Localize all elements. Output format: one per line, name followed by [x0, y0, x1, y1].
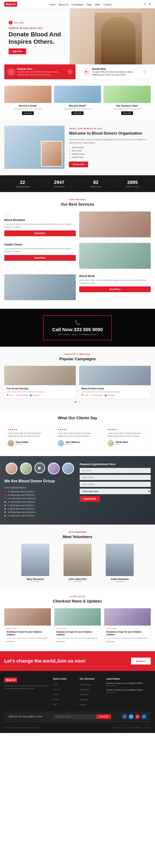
footer-link-0[interactable]: Home — [53, 684, 58, 686]
news-read-more-1[interactable]: Read More — [56, 641, 99, 643]
image-card-btn-2[interactable]: Start Now — [121, 111, 133, 115]
subscribe-text: Subscribe for more update & news! — [9, 715, 42, 718]
nav-link-campaigns[interactable]: Campaigns — [71, 3, 83, 6]
dot-0[interactable] — [75, 401, 76, 403]
services-tag: Our Services — [4, 198, 151, 201]
phone-icon: 📞 — [52, 320, 103, 326]
blood-dot-5 — [4, 508, 6, 510]
testimonials-title: What Our Clients Say — [4, 415, 151, 421]
campaign-card-1: Blood Donation Camp Lorem ipsum dolor si… — [79, 366, 151, 398]
dot-2[interactable] — [79, 401, 80, 403]
service-btn-1[interactable]: Read More — [4, 255, 76, 261]
hero-section: ▶ Intro Video Donate blood,save life! Do… — [0, 8, 155, 64]
appointment-email-input[interactable] — [80, 475, 151, 480]
nav-link-more[interactable]: More — [95, 3, 100, 6]
footer-links-list: Home About Us Service Contact Blog — [53, 682, 75, 706]
news-image-0 — [4, 608, 51, 625]
menu-icon[interactable]: ☰ — [149, 3, 151, 6]
facebook-icon[interactable]: f — [122, 714, 127, 719]
stat-number-3: 2895 — [114, 180, 151, 185]
service-image-2 — [4, 274, 76, 300]
blood-dot-1 — [4, 494, 6, 496]
service-btn-2[interactable]: Read More — [79, 286, 151, 292]
image-card-btn-1[interactable]: Start Now — [71, 111, 83, 115]
footer-service-2[interactable]: Blood Bank — [80, 693, 89, 695]
stat-0: 22 Year Experience — [4, 180, 41, 188]
footer-service-3[interactable]: Campaigns — [80, 699, 88, 701]
footer-service-0[interactable]: Blood Donation — [80, 684, 92, 686]
footer-news-title: Latest News — [106, 677, 151, 680]
about-section: About Our Profile In 2022 Welcome to Blo… — [0, 119, 155, 175]
dot-1[interactable] — [77, 401, 78, 403]
volunteer-card-0: Mary Khusanin Certificate — [16, 544, 55, 583]
campaign-card-0: Free Group Checking Lorem ipsum dolor si… — [4, 366, 76, 398]
register-arrow-button[interactable]: → — [67, 69, 72, 74]
donate-card-content: Donate Now You give of life are in blood… — [92, 68, 140, 76]
news-date-0: Jan 22, 2022 — [6, 628, 49, 630]
group-left: ▶ We Are Blood Donor Group Current Blood… — [4, 463, 75, 518]
image-card-title-2: How Donations Help? — [103, 105, 151, 107]
nav-link-page[interactable]: Page — [86, 3, 92, 6]
nav-actions: 🔍 ☰ — [143, 3, 151, 6]
nav-link-about[interactable]: About Us — [59, 3, 68, 6]
twitter-icon[interactable]: t — [129, 714, 133, 719]
news-header: Latest Blog Checkout News & Updates — [4, 595, 151, 604]
image-card-text-0: Description text for card 1 goes here — [4, 108, 52, 110]
blood-dot-0 — [4, 491, 6, 493]
register-card-text: You give of life are in blood we donate … — [17, 71, 65, 76]
nav-logo: Blad Ai — [4, 2, 17, 7]
appointment-name-input[interactable] — [80, 468, 151, 473]
footer-services-list: Blood Donation Health Check Blood Bank C… — [80, 682, 102, 706]
image-card-btn-0[interactable]: Start Now — [22, 111, 34, 115]
campaign-tag-count-0: 👥 12 Needs — [30, 394, 40, 396]
campaign-tag-place-1: 📍 Blood Center — [90, 394, 103, 396]
footer-bottom-link-2[interactable]: Cookies — [145, 727, 151, 729]
donate-arrow-button[interactable]: → — [142, 69, 148, 74]
footer-service-4[interactable]: Volunteer — [80, 704, 87, 706]
campaign-meta-0: 📅 10-30 📍 Blood Center 👥 12 Needs — [6, 394, 73, 396]
footer-link-1[interactable]: About Us — [53, 689, 60, 690]
register-card-content: Register Now You give of life are in blo… — [17, 68, 65, 76]
service-btn-0[interactable]: Read More — [4, 230, 76, 236]
image-card-2: How Donations Help? Description text for… — [103, 86, 151, 115]
play-button-large[interactable]: ▶ — [34, 463, 45, 473]
blood-text-2: AB+ Blood type need 12/03/2022 — [8, 497, 36, 500]
youtube-icon[interactable]: ▶ — [135, 714, 140, 719]
blood-req-3: O+ Blood type need 12/03/2022 — [4, 501, 75, 503]
video-button[interactable]: ▶ Intro Video — [9, 21, 82, 25]
search-icon[interactable]: 🔍 — [143, 3, 146, 6]
appointment-phone-input[interactable] — [80, 482, 151, 487]
blood-text-7: O- Blood type need 12/03/2022 — [8, 515, 35, 517]
footer-link-2[interactable]: Service — [53, 693, 59, 695]
about-cta-button[interactable]: Contact Us — [69, 161, 88, 167]
news-text-1: Lorem ipsum dolor sit amet consectetur a… — [56, 637, 99, 639]
campaigns-title: Popular Campaigns — [4, 356, 151, 362]
news-read-more-0[interactable]: Read More — [6, 641, 49, 643]
footer-links-title: Quick Links — [53, 677, 75, 680]
hero-cta-button[interactable]: Sign Now — [9, 49, 26, 54]
volunteer-name-0: Mary Khusanin — [16, 578, 55, 580]
news-read-more-2[interactable]: Read More — [106, 641, 149, 643]
nav-link-home[interactable]: Home — [49, 3, 56, 6]
footer-bottom-link-0[interactable]: Privacy Policy — [114, 727, 124, 729]
blood-request-title: Current Blood Request — [4, 487, 75, 489]
author-name-1: Alice Matheos — [66, 441, 80, 443]
appointment-blood-select[interactable]: Select Blood Type — [80, 489, 151, 494]
subscribe-button[interactable]: Subscribe — [96, 714, 111, 719]
subscribe-input[interactable] — [53, 714, 96, 719]
linkedin-icon[interactable]: in — [142, 714, 146, 719]
blood-req-6: AB- Blood type need 12/03/2022 — [4, 511, 75, 513]
footer-link-3[interactable]: Contact — [53, 699, 59, 701]
service-text-2: Lorem ipsum dolor sit amet consectetur a… — [79, 279, 151, 285]
footer-link-4[interactable]: Blog — [53, 704, 57, 706]
join-donate-button[interactable]: Donate ♥ — [131, 658, 151, 664]
blood-requests-list: A+ Blood type need 12/03/2022 B+ Blood t… — [4, 491, 75, 517]
footer-grid: Blad Ai Lorem ipsum dolor sit amet conse… — [4, 677, 151, 707]
nav-link-contact[interactable]: Contact — [103, 3, 112, 6]
news-date-1: Jan 22, 2022 — [56, 628, 99, 630]
footer-news-item-title-1: Donation Is hope for your helpless child… — [106, 689, 151, 691]
footer-service-1[interactable]: Health Check — [80, 689, 90, 690]
appointment-submit-button[interactable]: Submit Now — [80, 496, 100, 502]
footer-bottom-link-1[interactable]: Terms & Conditions — [127, 727, 142, 729]
play-icon: ▶ — [9, 21, 12, 25]
